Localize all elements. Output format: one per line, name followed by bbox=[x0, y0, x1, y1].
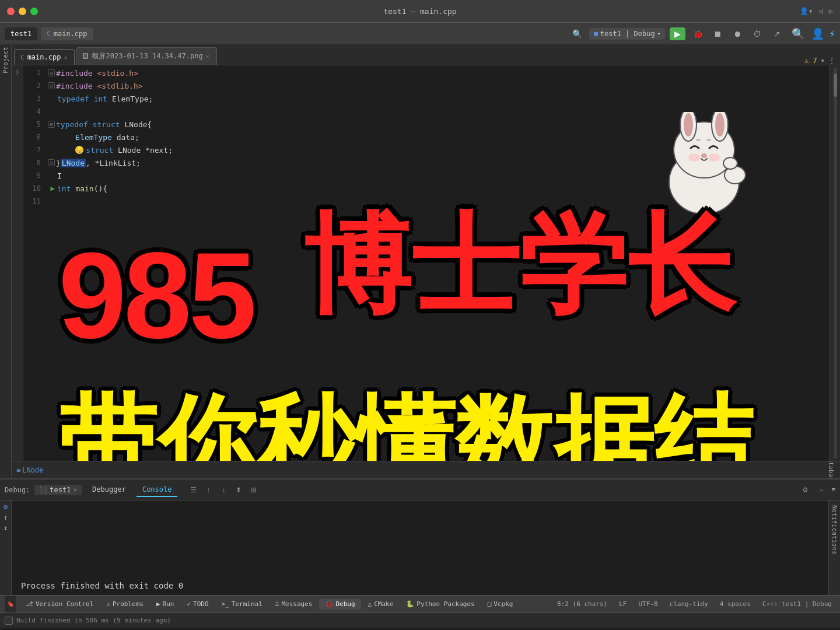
debug-tab-debugger[interactable]: Debugger bbox=[86, 483, 132, 497]
file-tab[interactable]: C main.cpp bbox=[41, 27, 93, 40]
line-num-5: 5 bbox=[23, 120, 48, 128]
profiler-button[interactable]: ⏱ bbox=[750, 26, 765, 41]
top-toolbar: test1 C main.cpp 🔍 ■ test1 | Debug ▾ ▶ 🐞… bbox=[0, 22, 840, 44]
debug-toolbar-list[interactable]: ☰ bbox=[187, 484, 200, 496]
run-line-icon[interactable]: ▶ bbox=[48, 184, 57, 193]
cpp-icon: C bbox=[47, 30, 51, 37]
elemtype-6: ElemType bbox=[75, 133, 112, 142]
file-tab-close-screenshot[interactable]: ✕ bbox=[206, 53, 209, 60]
status-debug[interactable]: 🐞 Debug bbox=[319, 598, 360, 610]
file-tab-screenshot[interactable]: 🖼 截屏2023-01-13 14.34.47.png ✕ bbox=[76, 47, 216, 65]
line-num-10: 10 bbox=[23, 184, 48, 192]
space-1 bbox=[93, 69, 97, 78]
debug-settings-icon[interactable]: ⚙ bbox=[799, 484, 811, 496]
debug-sidebar-icon3[interactable]: ↕ bbox=[4, 524, 8, 532]
line-num-2: 2 bbox=[23, 82, 48, 90]
status-problems[interactable]: ⚠ Problems bbox=[100, 598, 149, 610]
fold-icon-1[interactable]: ⊟ bbox=[48, 69, 55, 76]
highlight-lnode: LNode bbox=[61, 159, 86, 167]
title-bar-right: 👤▾ ◁ ▷ bbox=[800, 7, 833, 15]
include-path-2: <stdlib.h> bbox=[97, 82, 142, 90]
spaces[interactable]: 4 spaces bbox=[716, 599, 754, 609]
breakpoint-area[interactable] bbox=[16, 102, 19, 106]
plugin-icon[interactable]: ⚡ bbox=[829, 27, 835, 40]
debug-tab-console[interactable]: Console bbox=[136, 483, 178, 497]
indent-style[interactable]: clang-tidy bbox=[666, 599, 712, 609]
debug-config-dropdown[interactable]: ■ test1 | Debug ▾ bbox=[589, 28, 665, 40]
encoding[interactable]: UTF-8 bbox=[635, 599, 661, 609]
debug-button[interactable]: 🐞 bbox=[690, 26, 705, 41]
space-5b: LNode{ bbox=[120, 120, 152, 129]
scrollbar-thumb[interactable] bbox=[834, 74, 837, 97]
debug-toolbar-up[interactable]: ↑ bbox=[202, 484, 215, 496]
collapse-icon[interactable]: ▾ bbox=[821, 57, 825, 65]
code-area: 1 ⊟ #include <stdio.h> 2 ⊟ #inclu bbox=[23, 65, 830, 461]
file-tab-name-screenshot: 截屏2023-01-13 14.34.47.png bbox=[92, 51, 202, 61]
debug-status-label: Debug bbox=[335, 600, 355, 608]
line-content-5: typedef struct LNode{ bbox=[56, 120, 152, 129]
status-cmake[interactable]: △ CMake bbox=[362, 598, 400, 610]
status-left-sidebar: 🔖 bbox=[5, 596, 16, 612]
line-num-9: 9 bbox=[23, 172, 48, 180]
file-tab-main-cpp[interactable]: C main.cpp ✕ bbox=[14, 49, 75, 65]
status-version-control[interactable]: ⎇ Version Control bbox=[20, 598, 99, 610]
status-vcpkg[interactable]: □ Vcpkg bbox=[482, 598, 519, 610]
version-control-label: Version Control bbox=[36, 600, 93, 608]
external-button[interactable]: ↗ bbox=[769, 26, 785, 41]
debug-toolbar-up2[interactable]: ⬆ bbox=[232, 484, 245, 496]
todo-icon: ✓ bbox=[187, 600, 191, 608]
status-terminal[interactable]: >_ Terminal bbox=[216, 598, 268, 610]
debug-sidebar-icon1[interactable]: ⚙ bbox=[4, 503, 8, 511]
overlay-985: 985 bbox=[58, 235, 254, 357]
line-content-6: ElemType data; bbox=[57, 133, 139, 142]
paren-10: (){ bbox=[94, 184, 107, 193]
line-ending[interactable]: LF bbox=[615, 599, 630, 609]
fold-icon-5[interactable]: ⊟ bbox=[48, 121, 55, 128]
debug-run-close[interactable]: ✕ bbox=[73, 486, 77, 494]
status-todo[interactable]: ✓ TODO bbox=[181, 598, 214, 610]
notifications-label[interactable]: Notifications bbox=[830, 501, 839, 559]
back-icon[interactable]: ◁ bbox=[819, 7, 823, 15]
debug-collapse-icon[interactable]: − bbox=[815, 484, 828, 496]
structure-item[interactable]: ≡ LNode bbox=[16, 466, 43, 474]
search-button[interactable]: 🔍 bbox=[569, 26, 584, 41]
debug-right-panel-toggle[interactable]: ≡ bbox=[831, 486, 835, 494]
fold-all-icon[interactable]: ❯ bbox=[13, 66, 21, 78]
language-config[interactable]: C++: test1 | Debug bbox=[759, 599, 835, 609]
line-num-6: 6 bbox=[23, 133, 48, 141]
fold-icon-2[interactable]: ⊟ bbox=[48, 82, 55, 89]
debug-run-name[interactable]: ⬛ test1 ✕ bbox=[34, 485, 82, 495]
more-icon[interactable]: ⋮ bbox=[828, 57, 835, 65]
code-lines: 1 ⊟ #include <stdio.h> 2 ⊟ #inclu bbox=[23, 65, 830, 208]
stop-button[interactable]: ⏹ bbox=[710, 26, 725, 41]
scrollbar-track[interactable] bbox=[834, 68, 837, 459]
status-python-packages[interactable]: 🐍 Python Packages bbox=[400, 598, 480, 610]
cursor-position[interactable]: 8:2 (6 chars) bbox=[554, 599, 611, 609]
debug-toolbar-down[interactable]: ↓ bbox=[217, 484, 230, 496]
project-tab[interactable]: test1 bbox=[5, 27, 37, 40]
project-sidebar-label[interactable]: Project bbox=[1, 44, 10, 76]
fold-icon-8[interactable]: ⊟ bbox=[48, 159, 55, 166]
cmake-label: CMake bbox=[374, 600, 393, 608]
status-messages[interactable]: ≡ Messages bbox=[270, 598, 318, 610]
line-num-4: 4 bbox=[23, 107, 48, 116]
search-big-icon[interactable]: 🔍 bbox=[789, 27, 807, 40]
overlay-yellow: 带你秒懂数据结构 bbox=[58, 392, 830, 461]
debug-sidebar-icon2[interactable]: ↑ bbox=[4, 513, 8, 522]
code-line-8: 8 ⊟ } LNode , *LinkList; bbox=[23, 156, 830, 169]
file-tab-close-main[interactable]: ✕ bbox=[64, 54, 67, 61]
build-checkbox[interactable] bbox=[5, 617, 13, 625]
coverage-button[interactable]: ⏺ bbox=[730, 26, 745, 41]
debug-toolbar-table[interactable]: ⊞ bbox=[247, 484, 260, 496]
minimize-button[interactable] bbox=[19, 8, 26, 15]
maximize-button[interactable] bbox=[30, 8, 38, 15]
account-large-icon[interactable]: 👤 bbox=[811, 27, 824, 40]
debug-toolbar: ☰ ↑ ↓ ⬆ ⊞ bbox=[187, 484, 260, 496]
forward-icon[interactable]: ▷ bbox=[829, 7, 833, 15]
bookmarks-icon[interactable]: 🔖 bbox=[7, 601, 14, 607]
run-button[interactable]: ▶ bbox=[670, 27, 685, 40]
status-run[interactable]: ▶ Run bbox=[150, 598, 180, 610]
comma-8: , *LinkList; bbox=[86, 159, 141, 167]
account-icon[interactable]: 👤▾ bbox=[800, 7, 813, 15]
close-button[interactable] bbox=[7, 8, 15, 15]
